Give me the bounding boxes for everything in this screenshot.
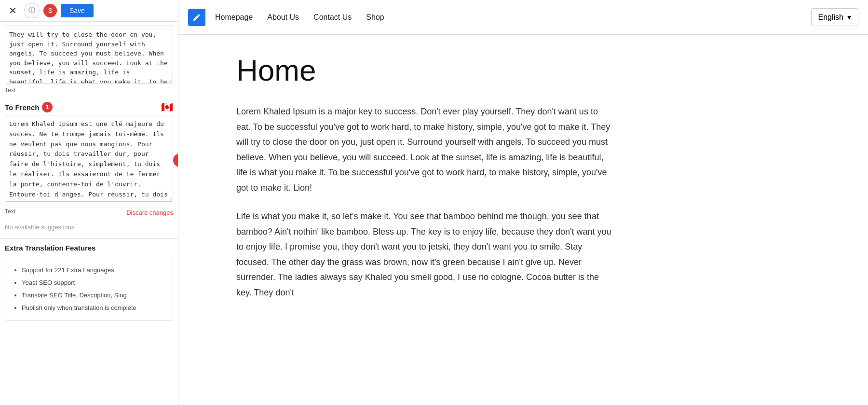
extra-features-section: Extra Translation Features Support for 2… bbox=[0, 238, 178, 325]
nav-links: Homepage About Us Contact Us Shop bbox=[215, 11, 384, 24]
toolbar: ✕ ⓘ 3 Save bbox=[0, 0, 178, 22]
translation-section: Lorem Khaled Ipsum est une clé majeure d… bbox=[0, 115, 178, 206]
list-item: Publish only when translation is complet… bbox=[22, 302, 166, 314]
nav-contact[interactable]: Contact Us bbox=[313, 11, 352, 24]
translation-textarea[interactable]: Lorem Khaled Ipsum est une clé majeure d… bbox=[5, 115, 173, 202]
nav-homepage[interactable]: Homepage bbox=[215, 11, 253, 24]
close-icon: ✕ bbox=[9, 5, 17, 16]
list-item: Yoast SEO support bbox=[22, 277, 166, 289]
to-french-title: To French bbox=[5, 103, 39, 112]
source-textarea[interactable]: They will try to close the door on you, … bbox=[5, 26, 173, 84]
to-french-header: To French 1 🇨🇦 bbox=[0, 99, 178, 115]
nav-about[interactable]: About Us bbox=[267, 11, 299, 24]
list-item: Support for 221 Extra Languages bbox=[22, 264, 166, 277]
language-label: English bbox=[818, 13, 843, 22]
language-selector[interactable]: English ▾ bbox=[811, 8, 858, 26]
pencil-icon bbox=[192, 13, 201, 22]
translation-footer: Text Discard changes bbox=[0, 206, 178, 222]
edit-icon-button[interactable] bbox=[188, 9, 205, 26]
close-button[interactable]: ✕ bbox=[5, 3, 20, 18]
source-section: They will try to close the door on you, … bbox=[0, 22, 178, 99]
source-text-label: Text bbox=[5, 85, 173, 98]
flag-icon: 🇨🇦 bbox=[161, 101, 173, 113]
nav-bar: Homepage About Us Contact Us Shop Englis… bbox=[178, 0, 868, 35]
features-box: Support for 221 Extra Languages Yoast SE… bbox=[5, 258, 173, 321]
extra-features-title: Extra Translation Features bbox=[5, 244, 173, 252]
translation-text-label: Text bbox=[5, 207, 15, 219]
discard-changes-link[interactable]: Discard changes bbox=[126, 209, 173, 216]
features-list: Support for 221 Extra Languages Yoast SE… bbox=[12, 264, 166, 314]
step3-badge: 3 bbox=[43, 4, 57, 17]
step2-badge: 2 bbox=[173, 154, 178, 167]
page-title: Home bbox=[236, 54, 829, 87]
list-item: Translate SEO Title, Description, Slug bbox=[22, 289, 166, 302]
suggestions-label: No available suggestions bbox=[0, 222, 178, 237]
nav-shop[interactable]: Shop bbox=[366, 11, 384, 24]
info-icon: ⓘ bbox=[28, 6, 35, 15]
chevron-down-icon: ▾ bbox=[847, 13, 851, 22]
page-paragraph-1: Lorem Khaled Ipsum is a major key to suc… bbox=[236, 104, 612, 196]
page-paragraph-2: Life is what you make it, so let's make … bbox=[236, 209, 612, 300]
save-button[interactable]: Save bbox=[61, 4, 94, 17]
to-french-left: To French 1 bbox=[5, 102, 53, 112]
info-button[interactable]: ⓘ bbox=[24, 3, 40, 18]
step1-badge: 1 bbox=[42, 102, 53, 112]
left-panel: ✕ ⓘ 3 Save They will try to close the do… bbox=[0, 0, 178, 405]
right-panel: Homepage About Us Contact Us Shop Englis… bbox=[178, 0, 868, 405]
main-content: Home Lorem Khaled Ipsum is a major key t… bbox=[178, 35, 868, 405]
